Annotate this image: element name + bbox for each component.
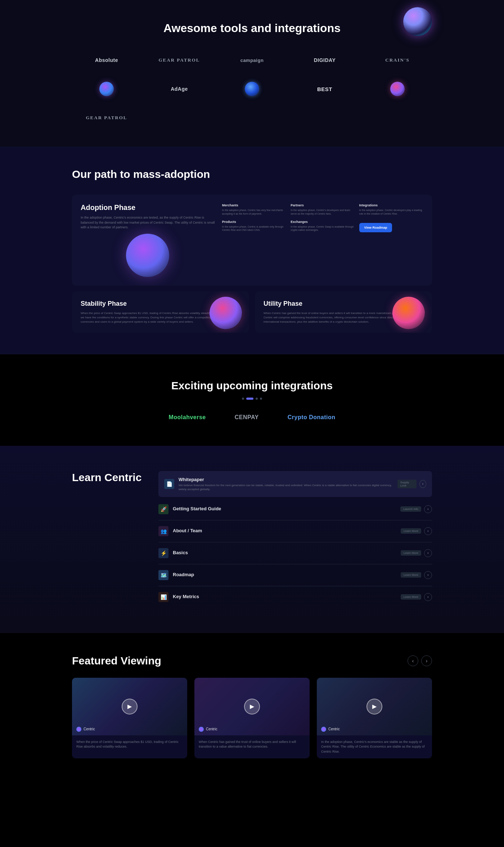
dot-4: [260, 398, 262, 400]
whitepaper-icon: 📄: [164, 479, 174, 489]
learn-title: Learn Centric: [72, 471, 144, 484]
featured-nav: ‹ ›: [408, 655, 432, 666]
tool-label: campaign: [240, 58, 264, 63]
play-button-3[interactable]: ▶: [366, 699, 382, 714]
learn-tag: Supply Limit: [397, 480, 417, 488]
grid-cell-partners: Partners In the adoption phase, Centric'…: [291, 203, 355, 216]
video-thumbnail-1: ▶ Centric: [72, 678, 187, 735]
cell-text: In the adoption phase, Centric has very …: [222, 209, 286, 216]
learn-item-roadmap[interactable]: 🗺️ Roadmap Learn More ›: [158, 564, 432, 586]
tool-item: DIGIDAY: [314, 49, 336, 71]
tool-item-orb: [390, 78, 405, 100]
tool-label: GEAR PATROL: [158, 57, 200, 63]
learn-item-right: Launch Info ›: [400, 505, 432, 513]
learn-arrow[interactable]: ›: [424, 505, 432, 513]
adoption-left: Adoption Phase In the adoption phase, Ce…: [81, 203, 215, 277]
view-roadmap-button[interactable]: View Roadmap: [359, 223, 392, 232]
learn-item-team[interactable]: 👥 About / Team Learn More ›: [158, 520, 432, 542]
learn-item-title: About / Team: [173, 528, 202, 533]
grid-cell-products: Products In the adoption phase, Centric …: [222, 220, 286, 232]
tools-section: Awesome tools and integrations Absolute …: [0, 0, 504, 147]
play-button-1[interactable]: ▶: [122, 699, 138, 714]
brand-dot-3: [321, 727, 326, 732]
learn-item-left: 🚀 Getting Started Guide: [158, 504, 221, 514]
learn-tag: Learn More: [401, 594, 421, 600]
orb-globe: [245, 82, 259, 96]
learn-item-content: Roadmap: [173, 572, 194, 578]
cell-heading: Partners: [291, 203, 355, 207]
learn-item-left: 📄 Whitepaper We believe financial freedo…: [164, 477, 397, 491]
featured-next-button[interactable]: ›: [421, 655, 432, 666]
featured-prev-button[interactable]: ‹: [408, 655, 418, 666]
learn-tag: Learn More: [401, 550, 421, 556]
tool-item: CRAIN'S: [385, 49, 409, 71]
cell-text: In the adoption phase, Centric is availa…: [222, 225, 286, 232]
roadmap-icon: 🗺️: [158, 570, 168, 580]
learn-item-title: Basics: [173, 550, 188, 555]
learn-item-right: Learn More ›: [401, 593, 432, 601]
video-card-1: ▶ Centric When the price of Centric Swap…: [72, 678, 187, 759]
tool-item: campaign: [240, 49, 264, 71]
tool-item: AdAge: [171, 78, 188, 100]
cell-heading: Integrations: [359, 203, 423, 207]
tool-item-orb: [99, 78, 114, 100]
learn-title-block: Learn Centric: [72, 471, 144, 608]
video-card-3: ▶ Centric In the adoption phase, Centric…: [317, 678, 432, 759]
learn-item-right: Supply Limit ›: [397, 480, 426, 488]
tool-label: BEST: [317, 86, 332, 92]
basics-icon: ⚡: [158, 548, 168, 558]
learn-item-title: Getting Started Guide: [173, 506, 221, 511]
video-desc-3: In the adoption phase, Centric's economi…: [317, 735, 432, 759]
video-description-2: When Centric has gained the trust of onl…: [199, 740, 305, 749]
adoption-grid: Merchants In the adoption phase, Centric…: [222, 203, 423, 277]
video-description-1: When the price of Centric Swap approache…: [76, 740, 183, 749]
video-card-2: ▶ Centric When Centric has gained the tr…: [194, 678, 310, 759]
adoption-title: Adoption Phase: [81, 203, 215, 212]
learn-item-right: Learn More ›: [401, 549, 432, 557]
tools-grid: Absolute GEAR PATROL campaign DIGIDAY CR…: [72, 49, 432, 129]
learn-arrow[interactable]: ›: [419, 480, 426, 488]
learn-item-left: 🗺️ Roadmap: [158, 570, 194, 580]
tool-label: CRAIN'S: [385, 57, 409, 63]
video-description-3: In the adoption phase, Centric's economi…: [321, 740, 428, 754]
integration-cenpay: CENPAY: [235, 414, 259, 421]
learn-item-guide[interactable]: 🚀 Getting Started Guide Launch Info ›: [158, 498, 432, 520]
grid-cell-cta[interactable]: View Roadmap: [359, 220, 423, 232]
grid-cell-exchanges: Exchanges In the adoption phase, Centric…: [291, 220, 355, 232]
learn-arrow[interactable]: ›: [424, 527, 432, 535]
learn-item-left: 📊 Key Metrics: [158, 592, 199, 602]
learn-arrow[interactable]: ›: [424, 571, 432, 579]
learn-item-content: About / Team: [173, 528, 202, 534]
integrations-dots: [72, 398, 432, 400]
tool-label: DIGIDAY: [314, 57, 336, 63]
utility-orb: [392, 297, 425, 329]
featured-section: Featured Viewing ‹ › ▶ Centric When the …: [0, 633, 504, 780]
video-brand-1: Centric: [76, 727, 95, 732]
featured-title: Featured Viewing: [72, 655, 161, 667]
dot-1: [242, 398, 244, 400]
video-desc-1: When the price of Centric Swap approache…: [72, 735, 187, 754]
learn-item-metrics[interactable]: 📊 Key Metrics Learn More ›: [158, 586, 432, 608]
learn-arrow[interactable]: ›: [424, 593, 432, 601]
learn-item-right: Learn More ›: [401, 527, 432, 535]
utility-card: Utility Phase When Centric has gained th…: [255, 291, 432, 333]
learn-item-whitepaper[interactable]: 📄 Whitepaper We believe financial freedo…: [158, 471, 432, 497]
brand-label-3: Centric: [328, 727, 340, 731]
dot-2-active: [246, 398, 253, 400]
play-button-2[interactable]: ▶: [244, 699, 260, 714]
video-brand-2: Centric: [199, 727, 217, 732]
tool-item: BEST: [317, 78, 332, 100]
learn-arrow[interactable]: ›: [424, 549, 432, 557]
cell-text: In the adoption phase, Centric Swap is a…: [291, 225, 355, 232]
learn-item-left: ⚡ Basics: [158, 548, 188, 558]
stability-card: Stability Phase When the price of Centri…: [72, 291, 249, 333]
brand-label-2: Centric: [206, 727, 217, 731]
grid-cell-merchants: Merchants In the adoption phase, Centric…: [222, 203, 286, 216]
learn-tag: Learn More: [401, 572, 421, 578]
metrics-icon: 📊: [158, 592, 168, 602]
video-brand-3: Centric: [321, 727, 340, 732]
learn-item-basics[interactable]: ⚡ Basics Learn More ›: [158, 542, 432, 564]
orb-pink: [390, 82, 405, 96]
tool-item: GEAR PATROL: [158, 49, 200, 71]
learn-section: Learn Centric 📄 Whitepaper We believe fi…: [0, 446, 504, 633]
